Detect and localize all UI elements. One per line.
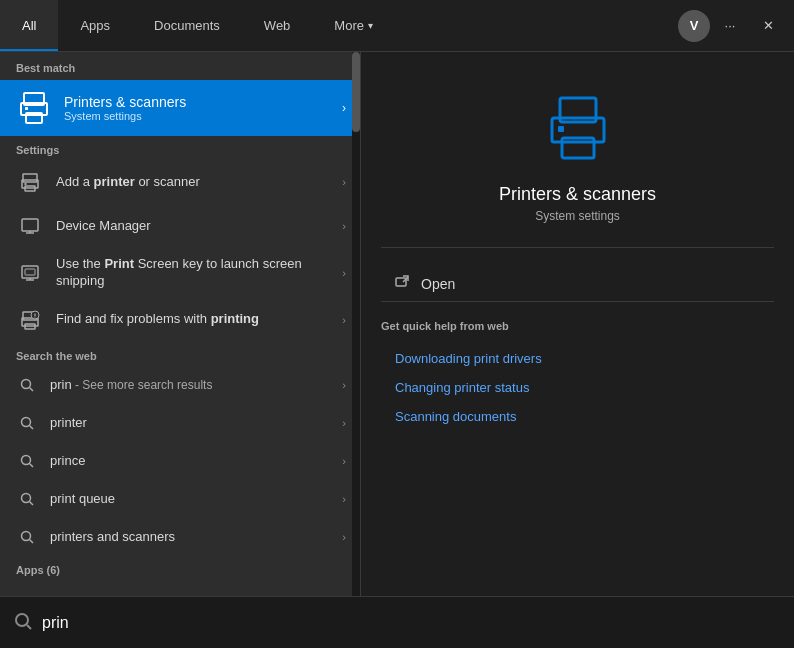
best-match-label: Best match [0, 52, 360, 80]
print-screen-icon [16, 259, 44, 287]
scrollbar-thumb[interactable] [352, 52, 360, 132]
web-label-prin: prin - See more search results [50, 377, 344, 392]
print-screen-item[interactable]: Use the Print Screen key to launch scree… [0, 248, 360, 298]
app-icon-large [542, 92, 614, 164]
best-match-title: Printers & scanners [64, 94, 186, 110]
svg-point-27 [22, 493, 31, 502]
printer-icon [16, 90, 52, 126]
search-icon [16, 412, 38, 434]
avatar[interactable]: V [678, 10, 710, 42]
app-subtitle: System settings [535, 209, 620, 223]
close-icon: ✕ [763, 18, 774, 33]
chevron-right-icon: › [342, 220, 346, 232]
svg-line-24 [30, 425, 34, 429]
scrollbar-track[interactable] [352, 52, 360, 596]
add-printer-item[interactable]: Add a printer or scanner › [0, 160, 360, 204]
search-icon [16, 450, 38, 472]
web-item-printers-scanners[interactable]: printers and scanners › [0, 518, 360, 556]
settings-label: Settings [0, 136, 360, 160]
svg-rect-34 [558, 126, 564, 132]
svg-point-29 [22, 531, 31, 540]
svg-rect-11 [22, 266, 38, 278]
web-label-prince: prince [50, 453, 344, 468]
chevron-right-icon: › [342, 531, 346, 543]
web-item-prin[interactable]: prin - See more search results › [0, 366, 360, 404]
search-web-label: Search the web [0, 342, 360, 366]
fix-printing-item[interactable]: Find and fix problems with printing › [0, 298, 360, 342]
quick-help-label: Get quick help from web [381, 320, 774, 332]
add-printer-label: Add a printer or scanner [56, 174, 344, 191]
chevron-right-icon: › [342, 101, 346, 115]
tab-all[interactable]: All [0, 0, 58, 51]
svg-rect-3 [25, 107, 28, 110]
tab-more[interactable]: More ▾ [312, 0, 395, 51]
open-label: Open [421, 276, 455, 292]
search-input[interactable] [42, 614, 780, 632]
best-match-subtitle: System settings [64, 110, 186, 122]
nav-tabs: All Apps Documents Web More ▾ V ··· ✕ [0, 0, 794, 52]
svg-point-25 [22, 455, 31, 464]
chevron-right-icon: › [342, 267, 346, 279]
left-panel: Best match Printers & scanners System se… [0, 52, 360, 596]
more-options-button[interactable]: ··· [712, 8, 748, 44]
chevron-right-icon: › [342, 314, 346, 326]
svg-point-23 [22, 417, 31, 426]
apps-label: Apps (6) [0, 556, 360, 580]
divider2 [381, 301, 774, 302]
app-title: Printers & scanners [499, 184, 656, 205]
divider [381, 247, 774, 248]
search-icon [16, 374, 38, 396]
svg-rect-35 [396, 278, 406, 286]
help-item-scanning[interactable]: Scanning documents [381, 402, 774, 431]
svg-line-38 [27, 625, 31, 629]
close-button[interactable]: ✕ [750, 8, 786, 44]
search-icon [16, 526, 38, 548]
content-area: Best match Printers & scanners System se… [0, 52, 794, 596]
svg-point-21 [22, 379, 31, 388]
svg-line-26 [30, 463, 34, 467]
tab-apps[interactable]: Apps [58, 0, 132, 51]
help-item-drivers[interactable]: Downloading print drivers [381, 344, 774, 373]
svg-rect-8 [22, 219, 38, 231]
help-item-status[interactable]: Changing printer status [381, 373, 774, 402]
chevron-down-icon: ▾ [368, 20, 373, 31]
svg-line-28 [30, 501, 34, 505]
svg-rect-4 [23, 174, 37, 182]
search-window: All Apps Documents Web More ▾ V ··· ✕ [0, 0, 794, 648]
nav-controls: V ··· ✕ [678, 0, 794, 51]
svg-line-22 [30, 387, 34, 391]
chevron-right-icon: › [342, 455, 346, 467]
web-label-printers-scanners: printers and scanners [50, 529, 344, 544]
fix-printing-icon [16, 306, 44, 334]
print-screen-label: Use the Print Screen key to launch scree… [56, 256, 344, 290]
web-item-prince[interactable]: prince › [0, 442, 360, 480]
chevron-right-icon: › [342, 493, 346, 505]
tab-web[interactable]: Web [242, 0, 313, 51]
search-icon [16, 488, 38, 510]
web-label-printer: printer [50, 415, 344, 430]
device-manager-label: Device Manager [56, 218, 344, 235]
search-bar [0, 596, 794, 648]
web-item-print-queue[interactable]: print queue › [0, 480, 360, 518]
device-manager-icon [16, 212, 44, 240]
tab-documents[interactable]: Documents [132, 0, 242, 51]
svg-rect-7 [25, 183, 27, 185]
web-item-printer[interactable]: printer › [0, 404, 360, 442]
svg-rect-12 [25, 269, 35, 275]
device-manager-item[interactable]: Device Manager › [0, 204, 360, 248]
chevron-right-icon: › [342, 379, 346, 391]
chevron-right-icon: › [342, 417, 346, 429]
chevron-right-icon: › [342, 176, 346, 188]
fix-printing-label: Find and fix problems with printing [56, 311, 344, 328]
svg-point-37 [16, 614, 28, 626]
add-printer-icon [16, 168, 44, 196]
search-icon-main [14, 612, 32, 634]
open-icon [395, 274, 411, 293]
open-button[interactable]: Open [381, 266, 774, 301]
best-match-item[interactable]: Printers & scanners System settings › [0, 80, 360, 136]
web-label-print-queue: print queue [50, 491, 344, 506]
svg-line-30 [30, 539, 34, 543]
right-panel: Printers & scanners System settings Open… [360, 52, 794, 596]
